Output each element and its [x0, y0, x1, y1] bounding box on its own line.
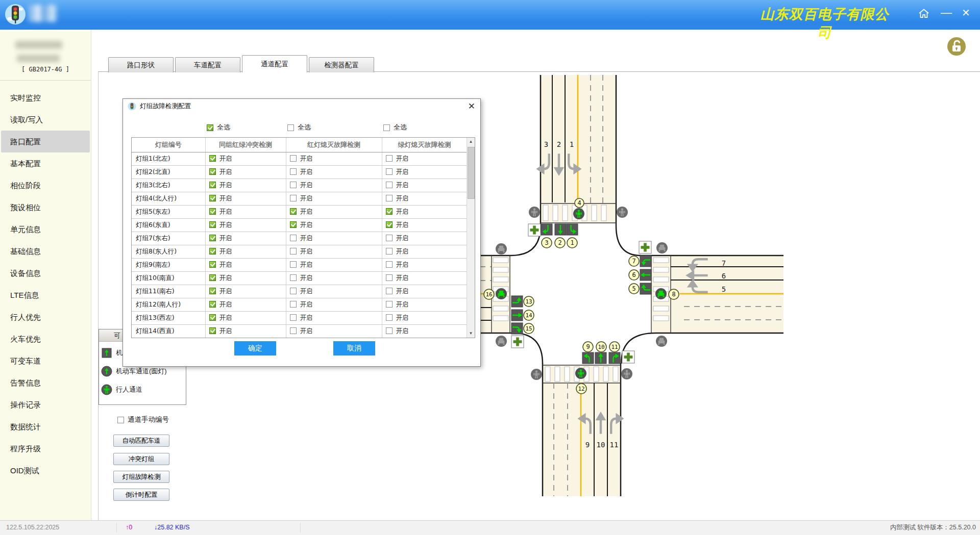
select-all-checkbox[interactable]	[287, 124, 294, 131]
add-channel-button[interactable]	[511, 336, 524, 348]
sidebar-item-6[interactable]: 预设相位	[0, 196, 91, 218]
signal-number-circle-8[interactable]: 8	[669, 289, 679, 299]
enable-checkbox[interactable]	[290, 248, 297, 254]
tab-4[interactable]: 检测器配置	[309, 57, 374, 72]
signal-number-circle-11[interactable]: 11	[609, 342, 620, 352]
sidebar-item-3[interactable]: 路口配置	[1, 131, 90, 152]
enable-checkbox[interactable]	[386, 288, 393, 294]
signal-box[interactable]	[511, 296, 523, 307]
add-channel-button[interactable]	[639, 241, 651, 253]
enable-checkbox[interactable]	[290, 314, 297, 321]
sidebar-item-16[interactable]: 数据统计	[0, 416, 91, 438]
sidebar-item-10[interactable]: LTE信息	[0, 284, 91, 306]
signal-box[interactable]	[640, 269, 651, 281]
enable-checkbox[interactable]	[209, 155, 216, 162]
signal-number-circle-4[interactable]: 4	[575, 198, 584, 208]
signal-box[interactable]	[582, 352, 594, 364]
sidebar-item-11[interactable]: 行人优先	[0, 306, 91, 328]
enable-checkbox[interactable]	[290, 208, 297, 215]
signal-number-circle-3[interactable]: 3	[542, 238, 552, 248]
sidebar-item-13[interactable]: 可变车道	[0, 350, 91, 372]
enable-checkbox[interactable]	[290, 155, 297, 162]
sidebar-item-14[interactable]: 告警信息	[0, 372, 91, 394]
signal-number-circle-12[interactable]: 12	[576, 384, 586, 394]
enable-checkbox[interactable]	[290, 327, 297, 334]
signal-number-circle-1[interactable]: 1	[567, 238, 577, 248]
channel-button-1[interactable]: 自动匹配车道	[113, 435, 169, 447]
inactive-pedestrian-signal-icon[interactable]	[531, 369, 542, 380]
signal-box[interactable]	[511, 323, 523, 334]
sidebar-item-4[interactable]: 基本配置	[0, 152, 91, 174]
sidebar-item-1[interactable]: 实时监控	[0, 87, 91, 109]
close-icon[interactable]: ✕	[962, 7, 970, 19]
enable-checkbox[interactable]	[290, 195, 297, 201]
enable-checkbox[interactable]	[290, 235, 297, 241]
active-pedestrian-signal-icon[interactable]	[573, 208, 584, 219]
signal-box[interactable]	[640, 256, 651, 267]
sidebar-item-5[interactable]: 相位阶段	[0, 174, 91, 196]
inactive-vehicle-signal-icon[interactable]	[496, 336, 507, 347]
enable-checkbox[interactable]	[386, 274, 393, 281]
signal-box[interactable]	[555, 224, 566, 235]
signal-number-circle-5[interactable]: 5	[629, 284, 639, 294]
signal-number-circle-9[interactable]: 9	[583, 342, 593, 352]
scroll-down-icon[interactable]: ▼	[467, 329, 475, 338]
signal-number-circle-7[interactable]: 7	[629, 256, 639, 266]
signal-number-circle-16[interactable]: 16	[484, 289, 494, 299]
signal-number-circle-15[interactable]: 15	[524, 323, 534, 334]
dialog-close-icon[interactable]: ✕	[468, 101, 475, 112]
sidebar-item-2[interactable]: 读取/写入	[0, 109, 91, 131]
sidebar-item-12[interactable]: 火车优先	[0, 328, 91, 350]
enable-checkbox[interactable]	[209, 168, 216, 175]
signal-number-circle-2[interactable]: 2	[555, 238, 565, 248]
add-channel-button[interactable]	[528, 224, 541, 236]
sidebar-item-17[interactable]: 程序升级	[0, 438, 91, 460]
inactive-pedestrian-signal-icon[interactable]	[617, 207, 628, 218]
tab-3[interactable]: 通道配置	[242, 55, 307, 72]
tab-2[interactable]: 车道配置	[175, 57, 240, 72]
enable-checkbox[interactable]	[209, 208, 216, 215]
signal-number-circle-6[interactable]: 6	[629, 270, 639, 280]
sidebar-item-15[interactable]: 操作记录	[0, 394, 91, 416]
home-icon[interactable]	[918, 8, 930, 19]
active-vehicle-signal-icon[interactable]	[655, 288, 667, 299]
ok-button[interactable]: 确定	[234, 341, 276, 355]
enable-checkbox[interactable]	[209, 261, 216, 268]
add-channel-button[interactable]	[622, 351, 634, 363]
enable-checkbox[interactable]	[290, 301, 297, 308]
enable-checkbox[interactable]	[209, 195, 216, 201]
minimize-icon[interactable]: —	[941, 6, 952, 19]
channel-button-2[interactable]: 冲突灯组	[113, 453, 169, 465]
cancel-button[interactable]: 取消	[333, 341, 375, 355]
enable-checkbox[interactable]	[209, 248, 216, 254]
inactive-pedestrian-signal-icon[interactable]	[621, 368, 632, 379]
enable-checkbox[interactable]	[386, 155, 393, 162]
enable-checkbox[interactable]	[386, 195, 393, 201]
enable-checkbox[interactable]	[209, 221, 216, 228]
scroll-thumb[interactable]	[468, 147, 475, 199]
inactive-pedestrian-signal-icon[interactable]	[529, 207, 540, 218]
signal-box[interactable]	[609, 352, 620, 364]
sidebar-item-18[interactable]: OID测试	[0, 460, 91, 481]
enable-checkbox[interactable]	[290, 168, 297, 175]
channel-button-4[interactable]: 倒计时配置	[113, 489, 169, 501]
unlock-icon[interactable]	[947, 37, 966, 56]
enable-checkbox[interactable]	[386, 261, 393, 268]
enable-checkbox[interactable]	[209, 182, 216, 188]
enable-checkbox[interactable]	[386, 301, 393, 308]
enable-checkbox[interactable]	[386, 182, 393, 188]
enable-checkbox[interactable]	[290, 182, 297, 188]
inactive-vehicle-signal-icon[interactable]	[496, 243, 507, 254]
enable-checkbox[interactable]	[386, 221, 393, 228]
channel-button-3[interactable]: 灯组故障检测	[113, 471, 169, 483]
active-vehicle-signal-icon[interactable]	[496, 288, 507, 299]
signal-box[interactable]	[595, 352, 606, 364]
select-all-checkbox[interactable]	[383, 124, 390, 131]
enable-checkbox[interactable]	[386, 314, 393, 321]
signal-box[interactable]	[511, 310, 523, 321]
active-pedestrian-signal-icon[interactable]	[575, 368, 586, 379]
signal-number-circle-14[interactable]: 14	[524, 310, 534, 320]
inactive-vehicle-signal-icon[interactable]	[656, 242, 668, 253]
sidebar-item-7[interactable]: 单元信息	[0, 218, 91, 240]
legend-item-3[interactable]: 行人通道	[99, 382, 186, 397]
